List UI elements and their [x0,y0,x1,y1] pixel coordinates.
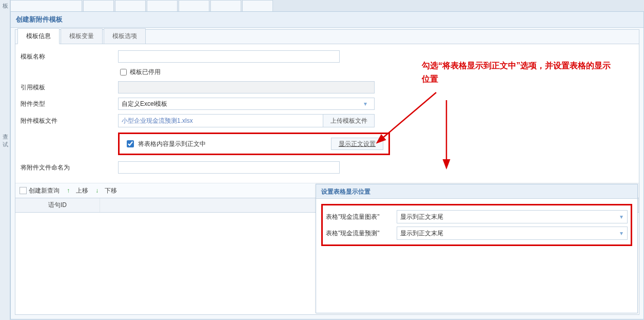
panel-title: 创建新附件模板 [11,12,643,28]
display-settings-button[interactable]: 显示正文设置 [331,138,383,150]
arrow-up-icon [67,187,74,194]
doc-icon [19,187,27,194]
top-tab[interactable] [147,0,178,11]
label-disabled: 模板已停用 [130,68,161,77]
top-tab[interactable] [83,0,114,11]
popup-body: 表格"现金流量图表" 显示到正文末尾 ▾ 表格"现金流量预测" 显示到正文末尾 … [316,199,637,251]
popup-row1-select[interactable]: 显示到正文末尾 ▾ [397,210,628,223]
sidebar-tab-top: 板 [0,0,10,12]
label-ref-template: 引用模板 [21,83,118,92]
tab-template-info[interactable]: 模板信息 [17,28,60,44]
popup-row2-select[interactable]: 显示到正文末尾 ▾ [397,227,628,240]
new-query-button[interactable]: 创建新查询 [19,186,60,195]
popup-row2-value: 显示到正文末尾 [400,229,443,238]
move-down-label: 下移 [105,186,117,195]
top-tab-rack [10,0,274,11]
top-tab[interactable] [115,0,146,11]
new-query-label: 创建新查询 [29,186,60,195]
move-up-label: 上移 [76,186,88,195]
popup-row2-label: 表格"现金流量预测" [326,229,397,238]
sub-tabs: 模板信息 模板变量 模板选项 [15,30,639,44]
move-down-button[interactable]: 下移 [95,186,117,195]
template-name-input[interactable] [118,50,340,63]
sidebar-tab-mid: 查试 [0,131,10,151]
top-tab[interactable] [242,0,273,11]
attach-type-value: 自定义Excel模板 [122,100,167,108]
file-name-as-input[interactable] [118,161,340,174]
top-tab[interactable] [10,0,82,11]
template-file-link[interactable]: 小型企业现金流预测1.xlsx [119,115,323,127]
popup-highlight-box: 表格"现金流量图表" 显示到正文末尾 ▾ 表格"现金流量预测" 显示到正文末尾 … [321,204,632,246]
ref-template-input[interactable] [118,81,375,93]
show-in-body-checkbox[interactable] [127,140,134,147]
highlight-show-in-body: 将表格内容显示到正文中 显示正文设置 [118,133,390,155]
disabled-checkbox[interactable] [120,69,127,76]
chevron-down-icon: ▾ [616,230,627,237]
popup-row1-label: 表格"现金流量图表" [326,213,397,221]
upload-template-button[interactable]: 上传模板文件 [323,115,374,127]
label-attach-file: 附件模板文件 [21,117,118,125]
show-in-body-label: 将表格内容显示到正文中 [138,140,206,148]
top-tab[interactable] [210,0,241,11]
tab-template-opt[interactable]: 模板选项 [104,28,146,44]
top-tab[interactable] [179,0,209,11]
label-file-name-as: 将附件文件命名为 [21,163,118,172]
tab-template-var[interactable]: 模板变量 [61,28,103,44]
move-up-button[interactable]: 上移 [67,186,88,195]
popup-table-position: 设置表格显示位置 表格"现金流量图表" 显示到正文末尾 ▾ 表格"现金流量预测"… [316,184,638,313]
file-row: 小型企业现金流预测1.xlsx 上传模板文件 [118,114,375,127]
popup-row1-value: 显示到正文末尾 [400,213,443,221]
grid-col-stmt-id[interactable]: 语句ID [15,198,100,212]
left-sidebar-ghost: 板 查试 [0,0,10,320]
chevron-down-icon: ▾ [360,100,371,107]
chevron-down-icon: ▾ [616,213,627,220]
annotation-text: 勾选“将表格显示到正文中”选项，并设置表格的显示位置 [422,59,617,85]
main-panel: 创建新附件模板 模板信息 模板变量 模板选项 模板名称 模板已停用 [10,11,644,319]
label-attach-type: 附件类型 [21,100,118,108]
label-template-name: 模板名称 [21,52,118,61]
arrow-down-icon [95,187,103,194]
attach-type-select[interactable]: 自定义Excel模板 ▾ [118,98,375,110]
popup-title: 设置表格显示位置 [316,184,637,199]
